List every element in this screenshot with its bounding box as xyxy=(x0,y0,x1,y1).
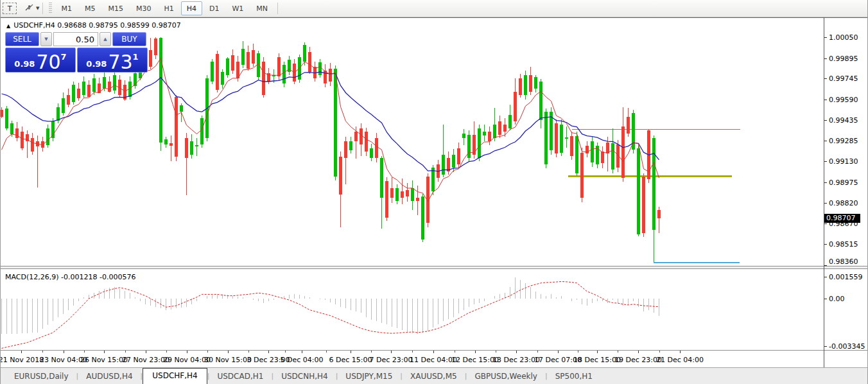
time-axis-label: 5 Dec 04:00 xyxy=(281,356,324,364)
buy-price-big: 73 xyxy=(108,53,132,71)
price-axis-label: 0.98820 xyxy=(829,199,858,207)
price-axis-label: 0.99895 xyxy=(829,55,858,63)
time-axis-label: 13 Dec 23:00 xyxy=(492,356,540,364)
time-axis-label: 6 Dec 15:00 xyxy=(329,356,372,364)
macd-axis-label: 0.00 xyxy=(829,295,845,303)
price-axis-label: 0.98975 xyxy=(829,179,858,187)
sell-price-big: 70 xyxy=(36,53,60,71)
chart-tab-gbpusd[interactable]: GBPUSD,Weekly xyxy=(467,370,545,384)
one-click-trading-panel: SELL ▼ ▲ BUY 0.98 70 7 0.98 73 1 xyxy=(5,32,148,73)
time-axis-label: 21 Nov 2018 xyxy=(0,356,44,364)
buy-price-sup: 1 xyxy=(133,52,139,62)
sell-price-sup: 7 xyxy=(61,52,67,62)
symbol-period-label: USDCHF,H4 xyxy=(13,21,55,30)
time-axis-label: 18 Dec 15:00 xyxy=(573,356,621,364)
time-axis-label: 21 Dec 04:00 xyxy=(656,356,704,364)
sell-button[interactable]: SELL xyxy=(5,32,39,46)
arrange-arrows-button[interactable]: ▼ xyxy=(24,3,39,15)
macd-axis-label: 0.001559 xyxy=(829,273,863,281)
time-axis-label: 7 Dec 23:00 xyxy=(370,356,413,364)
volume-increase-button[interactable]: ▲ xyxy=(100,32,111,46)
toolbar-separator xyxy=(42,3,43,14)
timeframe-button-w1[interactable]: W1 xyxy=(226,1,249,15)
price-axis-label: 0.98360 xyxy=(829,257,858,266)
toolbar-separator xyxy=(277,3,278,14)
price-axis-label: 0.99745 xyxy=(829,74,858,83)
price-axis-label: 0.99590 xyxy=(829,96,858,104)
timeframe-button-m30[interactable]: M30 xyxy=(130,1,157,15)
time-axis-label: 12 Dec 15:00 xyxy=(451,356,499,364)
buy-price-box[interactable]: 0.98 73 1 xyxy=(77,48,148,73)
chart-tab-usdchf[interactable]: USDCHF,H4 xyxy=(143,368,207,384)
top-toolbar: T ▼ M1M5M15M30H1H4D1W1MN xyxy=(0,0,868,17)
chart-tab-audusd[interactable]: AUDUSD,H4 xyxy=(78,370,140,384)
time-axis-label: 11 Dec 04:00 xyxy=(410,356,457,364)
timeframe-button-m5[interactable]: M5 xyxy=(79,1,101,15)
timeframe-buttons: M1M5M15M30H1H4D1W1MN xyxy=(55,1,274,15)
chart-tab-sp500[interactable]: SP500,H1 xyxy=(548,370,600,384)
timeframe-button-h4[interactable]: H4 xyxy=(181,1,202,15)
timeframe-button-mn[interactable]: MN xyxy=(250,1,273,15)
buy-button[interactable]: BUY xyxy=(112,32,146,46)
timeframe-button-d1[interactable]: D1 xyxy=(204,1,225,15)
chart-tab-usdcad[interactable]: USDCAD,H1 xyxy=(209,370,271,384)
timeframe-button-h1[interactable]: H1 xyxy=(158,1,179,15)
price-axis-label: 0.98515 xyxy=(829,240,858,249)
ohlc-values: 0.98688 0.98795 0.98599 0.98707 xyxy=(57,21,180,30)
chart-tab-xauusd[interactable]: XAUUSD,M5 xyxy=(403,370,465,384)
toolbar-grip[interactable] xyxy=(49,3,52,14)
arrows-icon xyxy=(24,3,34,15)
volume-decrease-button[interactable]: ▼ xyxy=(40,32,52,46)
chart-title: ▲USDCHF,H4 0.98688 0.98795 0.98599 0.987… xyxy=(6,21,181,30)
price-axis-label: 1.00050 xyxy=(829,33,858,42)
chevron-down-icon: ▼ xyxy=(36,6,39,11)
chart-tabs-bar: EURUSD,Daily|AUDUSD,H4|USDCHF,H4|USDCAD,… xyxy=(0,367,868,384)
volume-input[interactable] xyxy=(53,32,98,46)
chart-tab-usdjpy[interactable]: USDJPY,M15 xyxy=(338,370,400,384)
current-price-tag: 0.98707 xyxy=(824,214,860,223)
price-axis-label: 0.99130 xyxy=(829,157,858,166)
macd-indicator-label: MACD(12,26,9) -0.001218 -0.000576 xyxy=(5,273,135,281)
sell-price-box[interactable]: 0.98 70 7 xyxy=(5,48,76,73)
chart-tab-eurusd[interactable]: EURUSD,Daily xyxy=(6,370,76,384)
time-axis-label: 26 Nov 15:00 xyxy=(80,356,128,364)
sell-price-base: 0.98 xyxy=(14,59,35,69)
price-axis-label: 0.99285 xyxy=(829,137,858,145)
text-tool-icon[interactable]: T xyxy=(3,3,17,14)
buy-price-base: 0.98 xyxy=(86,59,107,69)
timeframe-button-m1[interactable]: M1 xyxy=(55,1,78,15)
chart-tab-usdcnh[interactable]: USDCNH,H4 xyxy=(273,370,336,384)
time-axis-label: 19 Dec 23:00 xyxy=(614,356,662,364)
collapse-panel-icon[interactable]: ▲ xyxy=(6,23,10,29)
time-axis-label: 30 Nov 15:00 xyxy=(204,356,252,364)
timeframe-button-m15[interactable]: M15 xyxy=(102,1,129,15)
macd-axis-label: -0.003345 xyxy=(829,342,865,351)
price-axis-label: 0.99435 xyxy=(829,116,858,125)
